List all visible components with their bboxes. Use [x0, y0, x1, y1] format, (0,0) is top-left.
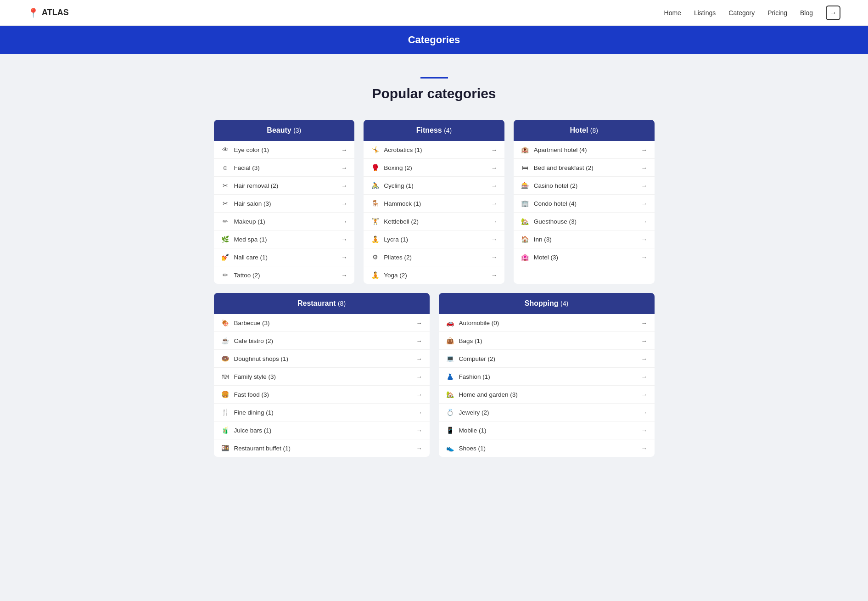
juice-bars-icon: 🧃	[221, 427, 230, 434]
arrow-icon: →	[641, 427, 647, 434]
boxing-icon: 🥊	[371, 164, 379, 171]
arrow-icon: →	[416, 337, 422, 344]
nav-category[interactable]: Category	[728, 9, 755, 17]
list-item[interactable]: 🤸 Acrobatics (1) →	[364, 141, 504, 159]
item-label: Casino hotel (2)	[534, 182, 637, 189]
item-label: Yoga (2)	[384, 272, 487, 279]
nav-blog[interactable]: Blog	[800, 9, 813, 17]
item-label: Tattoo (2)	[234, 272, 337, 279]
item-label: Boxing (2)	[384, 164, 487, 171]
arrow-icon: →	[491, 146, 497, 153]
list-item[interactable]: 🍱 Restaurant buffet (1) →	[214, 439, 430, 457]
item-label: Juice bars (1)	[234, 427, 412, 434]
category-beauty: Beauty (3) 👁 Eye color (1) → ☺ Facial (3…	[214, 120, 355, 284]
list-item[interactable]: 🍩 Doughnut shops (1) →	[214, 350, 430, 368]
list-item[interactable]: 🥊 Boxing (2) →	[364, 159, 504, 177]
login-button[interactable]: →	[826, 6, 840, 20]
list-item[interactable]: 🏡 Guesthouse (3) →	[514, 213, 655, 230]
item-label: Pilates (2)	[384, 254, 487, 261]
item-label: Home and garden (3)	[459, 391, 637, 398]
nav-listings[interactable]: Listings	[694, 9, 716, 17]
hero-banner: Categories	[0, 26, 868, 54]
list-item[interactable]: 🏢 Condo hotel (4) →	[514, 195, 655, 213]
item-label: Cycling (1)	[384, 182, 487, 189]
section-title-wrap: Popular categories	[214, 77, 655, 101]
nav-home[interactable]: Home	[664, 9, 681, 17]
categories-row-2: Restaurant (8) 🍖 Barbecue (3) → ☕ Cafe b…	[214, 293, 655, 457]
logo[interactable]: 📍 ATLAS	[28, 7, 69, 18]
category-restaurant-label: Restaurant	[297, 299, 336, 307]
nav-pricing[interactable]: Pricing	[767, 9, 787, 17]
casino-hotel-icon: 🎰	[521, 182, 529, 189]
category-restaurant: Restaurant (8) 🍖 Barbecue (3) → ☕ Cafe b…	[214, 293, 430, 457]
list-item[interactable]: 🎰 Casino hotel (2) →	[514, 177, 655, 195]
item-label: Kettlebell (2)	[384, 218, 487, 225]
list-item[interactable]: ✏ Makeup (1) →	[214, 213, 355, 230]
list-item[interactable]: 🏠 Inn (3) →	[514, 230, 655, 248]
category-restaurant-header: Restaurant (8)	[214, 293, 430, 314]
list-item[interactable]: 👟 Shoes (1) →	[439, 439, 655, 457]
list-item[interactable]: 💅 Nail care (1) →	[214, 248, 355, 266]
makeup-icon: ✏	[221, 218, 230, 225]
nav-links: Home Listings Category Pricing Blog →	[664, 6, 840, 20]
kettlebell-icon: 🏋	[371, 218, 379, 225]
med-spa-icon: 🌿	[221, 236, 230, 243]
list-item[interactable]: 🚴 Cycling (1) →	[364, 177, 504, 195]
arrow-icon: →	[341, 218, 347, 225]
tattoo-icon: ✏	[221, 271, 230, 279]
arrow-icon: →	[491, 254, 497, 261]
list-item[interactable]: ✂ Hair salon (3) →	[214, 195, 355, 213]
hair-removal-icon: ✂	[221, 182, 230, 189]
category-shopping: Shopping (4) 🚗 Automobile (0) → 👜 Bags (…	[439, 293, 655, 457]
acrobatics-icon: 🤸	[371, 146, 379, 153]
list-item[interactable]: 🧃 Juice bars (1) →	[214, 421, 430, 439]
item-label: Bags (1)	[459, 337, 637, 344]
item-label: Cafe bistro (2)	[234, 337, 412, 344]
list-item[interactable]: 🚗 Automobile (0) →	[439, 314, 655, 332]
list-item[interactable]: 🍔 Fast food (3) →	[214, 386, 430, 404]
list-item[interactable]: ☺ Facial (3) →	[214, 159, 355, 177]
list-item[interactable]: 🧘 Yoga (2) →	[364, 266, 504, 284]
category-fitness-header: Fitness (4)	[364, 120, 504, 141]
list-item[interactable]: 🧘 Lycra (1) →	[364, 230, 504, 248]
list-item[interactable]: ✂ Hair removal (2) →	[214, 177, 355, 195]
list-item[interactable]: 🏩 Motel (3) →	[514, 248, 655, 266]
computer-icon: 💻	[446, 355, 454, 362]
category-shopping-header: Shopping (4)	[439, 293, 655, 314]
list-item[interactable]: 🌿 Med spa (1) →	[214, 230, 355, 248]
list-item[interactable]: 🛏 Bed and breakfast (2) →	[514, 159, 655, 177]
item-label: Doughnut shops (1)	[234, 355, 412, 362]
list-item[interactable]: 🏋 Kettlebell (2) →	[364, 213, 504, 230]
category-restaurant-count: (8)	[338, 300, 346, 307]
fast-food-icon: 🍔	[221, 391, 230, 398]
arrow-icon: →	[641, 391, 647, 398]
list-item[interactable]: 🍴 Fine dining (1) →	[214, 404, 430, 421]
arrow-icon: →	[641, 164, 647, 171]
section-title: Popular categories	[214, 86, 655, 101]
mobile-icon: 📱	[446, 427, 454, 434]
list-item[interactable]: ⚙ Pilates (2) →	[364, 248, 504, 266]
arrow-icon: →	[341, 200, 347, 207]
restaurant-buffet-icon: 🍱	[221, 444, 230, 452]
list-item[interactable]: 💍 Jewelry (2) →	[439, 404, 655, 421]
title-line	[420, 77, 448, 79]
arrow-icon: →	[641, 146, 647, 153]
list-item[interactable]: 🍽 Family style (3) →	[214, 368, 430, 386]
categories-row-1: Beauty (3) 👁 Eye color (1) → ☺ Facial (3…	[214, 120, 655, 284]
list-item[interactable]: ☕ Cafe bistro (2) →	[214, 332, 430, 350]
category-shopping-label: Shopping	[525, 299, 559, 307]
list-item[interactable]: 🍖 Barbecue (3) →	[214, 314, 430, 332]
arrow-icon: →	[341, 272, 347, 279]
list-item[interactable]: ✏ Tattoo (2) →	[214, 266, 355, 284]
list-item[interactable]: 🏨 Apartment hotel (4) →	[514, 141, 655, 159]
hero-title: Categories	[8, 34, 860, 46]
arrow-icon: →	[416, 427, 422, 434]
list-item[interactable]: 🪑 Hammock (1) →	[364, 195, 504, 213]
list-item[interactable]: 🏡 Home and garden (3) →	[439, 386, 655, 404]
list-item[interactable]: 📱 Mobile (1) →	[439, 421, 655, 439]
list-item[interactable]: 👜 Bags (1) →	[439, 332, 655, 350]
list-item[interactable]: 💻 Computer (2) →	[439, 350, 655, 368]
list-item[interactable]: 👁 Eye color (1) →	[214, 141, 355, 159]
list-item[interactable]: 👗 Fashion (1) →	[439, 368, 655, 386]
arrow-icon: →	[491, 272, 497, 279]
